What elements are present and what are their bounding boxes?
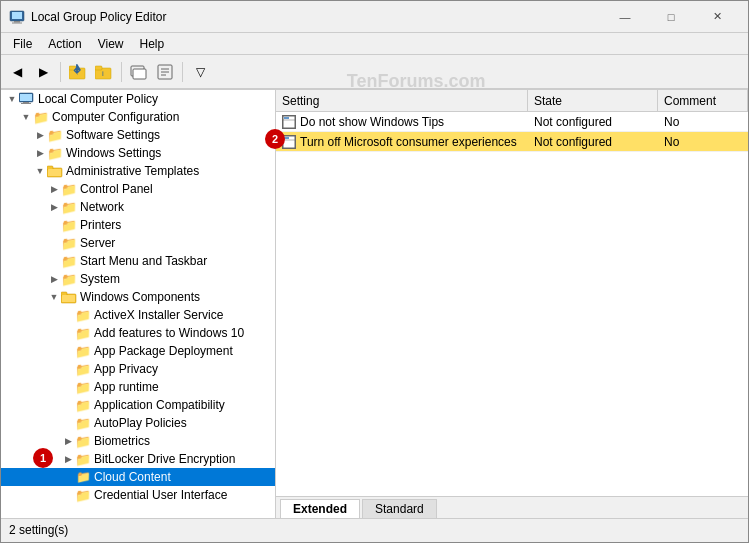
- folder-icon-network: 📁: [61, 200, 77, 214]
- toolbar: ◀ ▶ i: [1, 55, 748, 89]
- tree-toggle-windows-settings[interactable]: ▶: [33, 146, 47, 160]
- close-button[interactable]: ✕: [694, 1, 740, 33]
- tree-toggle-bitlocker[interactable]: ▶: [61, 452, 75, 466]
- menubar: File Action View Help: [1, 33, 748, 55]
- tree-label-app-package: App Package Deployment: [94, 344, 233, 358]
- folder-icon-app-privacy: 📁: [75, 362, 91, 376]
- tree-item-add-features[interactable]: 📁 Add features to Windows 10: [1, 324, 275, 342]
- badge-1: 1: [33, 448, 53, 468]
- tree-label-biometrics: Biometrics: [94, 434, 150, 448]
- tree-label-printers: Printers: [80, 218, 121, 232]
- tree-item-app-privacy[interactable]: 📁 App Privacy: [1, 360, 275, 378]
- tree-item-software-settings[interactable]: ▶ 📁 Software Settings: [1, 126, 275, 144]
- tree-item-start-menu[interactable]: 📁 Start Menu and Taskbar: [1, 252, 275, 270]
- tree-item-app-compatibility[interactable]: 📁 Application Compatibility: [1, 396, 275, 414]
- window-controls[interactable]: — □ ✕: [602, 1, 740, 33]
- th-state[interactable]: State: [528, 90, 658, 111]
- svg-rect-19: [20, 94, 32, 101]
- tree-item-administrative-templates[interactable]: ▼ Administrative Templates: [1, 162, 275, 180]
- tree-item-app-package[interactable]: 📁 App Package Deployment: [1, 342, 275, 360]
- tree-toggle-computer-configuration[interactable]: ▼: [19, 110, 33, 124]
- th-setting[interactable]: Setting: [276, 90, 528, 111]
- tree-label-cloud-content: Cloud Content: [94, 470, 171, 484]
- folder-icon-biometrics: 📁: [75, 434, 91, 448]
- tree-spacer-start-menu: [47, 254, 61, 268]
- tree-label-app-runtime: App runtime: [94, 380, 159, 394]
- tree-label-activex: ActiveX Installer Service: [94, 308, 223, 322]
- badge-2: 2: [265, 129, 285, 149]
- tree-toggle-system[interactable]: ▶: [47, 272, 61, 286]
- folder-icon-windows-settings: 📁: [47, 146, 63, 160]
- tree-spacer-server: [47, 236, 61, 250]
- svg-rect-21: [21, 103, 31, 104]
- tree-toggle-control-panel[interactable]: ▶: [47, 182, 61, 196]
- table-row[interactable]: Do not show Windows Tips Not configured …: [276, 112, 748, 132]
- tree-item-server[interactable]: 📁 Server: [1, 234, 275, 252]
- tab-extended[interactable]: Extended: [280, 499, 360, 518]
- table-body: Do not show Windows Tips Not configured …: [276, 112, 748, 496]
- properties-button[interactable]: [153, 60, 177, 84]
- tree-label-app-privacy: App Privacy: [94, 362, 158, 376]
- tree-spacer-app-runtime: [61, 380, 75, 394]
- minimize-button[interactable]: —: [602, 1, 648, 33]
- folder-up-button[interactable]: [66, 60, 90, 84]
- svg-rect-10: [95, 66, 102, 70]
- tree-item-computer-configuration[interactable]: ▼ 📁 Computer Configuration: [1, 108, 275, 126]
- tree-label-control-panel: Control Panel: [80, 182, 153, 196]
- svg-rect-2: [14, 21, 20, 23]
- tree-item-autoplay[interactable]: 📁 AutoPlay Policies: [1, 414, 275, 432]
- tree-toggle-local-computer-policy[interactable]: ▼: [5, 92, 19, 106]
- th-comment[interactable]: Comment: [658, 90, 748, 111]
- computer-icon: [19, 92, 35, 106]
- tree-toggle-biometrics[interactable]: ▶: [61, 434, 75, 448]
- tree-spacer-activex: [61, 308, 75, 322]
- tree-label-server: Server: [80, 236, 115, 250]
- tree-toggle-administrative-templates[interactable]: ▼: [33, 164, 47, 178]
- menu-help[interactable]: Help: [132, 35, 173, 53]
- menu-action[interactable]: Action: [40, 35, 89, 53]
- folder-icon-software-settings: 📁: [47, 128, 63, 142]
- forward-button[interactable]: ▶: [31, 60, 55, 84]
- folder-icon-app-runtime: 📁: [75, 380, 91, 394]
- tree-item-printers[interactable]: 📁 Printers: [1, 216, 275, 234]
- back-button[interactable]: ◀: [5, 60, 29, 84]
- tree-label-local-computer-policy: Local Computer Policy: [38, 92, 158, 106]
- tree-item-windows-settings[interactable]: ▶ 📁 Windows Settings: [1, 144, 275, 162]
- maximize-button[interactable]: □: [648, 1, 694, 33]
- tree-item-windows-components[interactable]: ▼ Windows Components: [1, 288, 275, 306]
- tree-item-local-computer-policy[interactable]: ▼ Local Computer Policy: [1, 90, 275, 108]
- tree-spacer-add-features: [61, 326, 75, 340]
- tree-item-control-panel[interactable]: ▶ 📁 Control Panel: [1, 180, 275, 198]
- tree-item-system[interactable]: ▶ 📁 System: [1, 270, 275, 288]
- tree-toggle-software-settings[interactable]: ▶: [33, 128, 47, 142]
- tree-item-cloud-content[interactable]: 📁 Cloud Content: [1, 468, 275, 486]
- tree-item-network[interactable]: ▶ 📁 Network: [1, 198, 275, 216]
- tree-toggle-network[interactable]: ▶: [47, 200, 61, 214]
- td-setting-2: Turn off Microsoft consumer experiences: [276, 135, 528, 149]
- menu-view[interactable]: View: [90, 35, 132, 53]
- tree-item-activex[interactable]: 📁 ActiveX Installer Service: [1, 306, 275, 324]
- table-header: Setting State Comment: [276, 90, 748, 112]
- tree-item-credential-ui[interactable]: 📁 Credential User Interface: [1, 486, 275, 504]
- tree-label-windows-settings: Windows Settings: [66, 146, 161, 160]
- folder-properties-button[interactable]: i: [92, 60, 116, 84]
- tree-label-software-settings: Software Settings: [66, 128, 160, 142]
- tree-label-bitlocker: BitLocker Drive Encryption: [94, 452, 235, 466]
- menu-file[interactable]: File: [5, 35, 40, 53]
- tree-label-windows-components: Windows Components: [80, 290, 200, 304]
- table-row[interactable]: Turn off Microsoft consumer experiences …: [276, 132, 748, 152]
- filter-button[interactable]: ▽: [188, 60, 212, 84]
- new-window-button[interactable]: [127, 60, 151, 84]
- titlebar: Local Group Policy Editor — □ ✕: [1, 1, 748, 33]
- tree-label-computer-configuration: Computer Configuration: [52, 110, 179, 124]
- folder-icon-credential-ui: 📁: [75, 488, 91, 502]
- app-icon: [9, 9, 25, 25]
- folder-icon-control-panel: 📁: [61, 182, 77, 196]
- tab-standard[interactable]: Standard: [362, 499, 437, 518]
- tree-toggle-windows-components[interactable]: ▼: [47, 290, 61, 304]
- folder-icon-printers: 📁: [61, 218, 77, 232]
- folder-icon-start-menu: 📁: [61, 254, 77, 268]
- toolbar-separator-2: [121, 62, 122, 82]
- folder-icon-system: 📁: [61, 272, 77, 286]
- tree-item-app-runtime[interactable]: 📁 App runtime: [1, 378, 275, 396]
